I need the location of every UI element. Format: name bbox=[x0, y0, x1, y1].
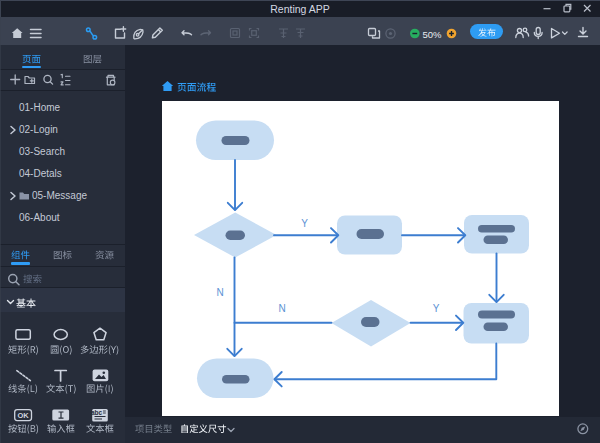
svg-text:abc: abc bbox=[91, 409, 103, 416]
svg-text:Y: Y bbox=[433, 302, 440, 313]
svg-text:N: N bbox=[216, 286, 223, 297]
svg-text:Y: Y bbox=[301, 218, 308, 229]
svg-text:N: N bbox=[278, 303, 285, 314]
svg-text:OK: OK bbox=[17, 411, 29, 420]
